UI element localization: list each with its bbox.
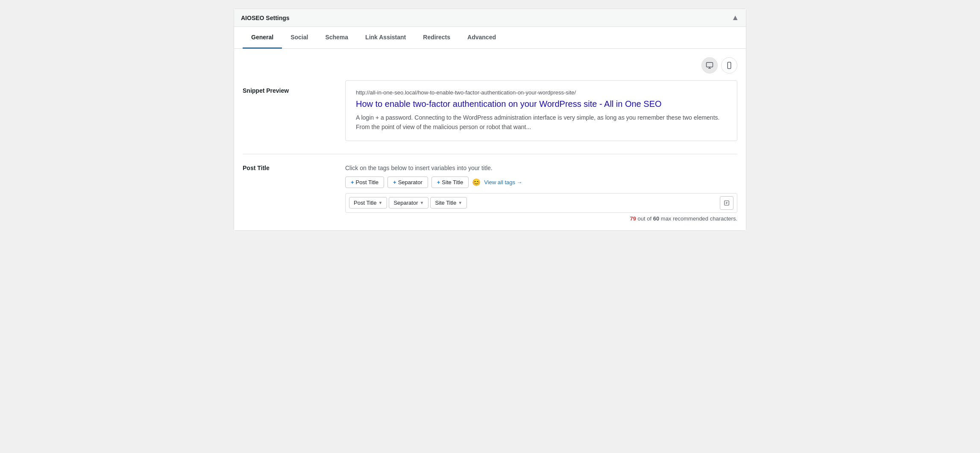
mobile-view-button[interactable]	[721, 57, 737, 74]
snippet-preview-section: Snippet Preview http://all-in-one-seo.lo…	[243, 80, 737, 141]
device-toolbar	[243, 57, 737, 74]
tab-advanced[interactable]: Advanced	[459, 27, 505, 49]
panel-header: AIOSEO Settings ▲	[234, 9, 746, 27]
selected-tag-site-title[interactable]: Site Title ▼	[430, 197, 467, 209]
section-divider	[243, 154, 737, 154]
tag-buttons-row: + Post Title + Separator + Site Title 😊 …	[345, 176, 737, 188]
selected-tags-row: Post Title ▼ Separator ▼ Site Title ▼	[345, 193, 737, 213]
tab-link-assistant[interactable]: Link Assistant	[357, 27, 414, 49]
selected-tag-separator[interactable]: Separator ▼	[389, 197, 428, 209]
post-title-label: Post Title	[243, 165, 337, 171]
edit-tags-button[interactable]	[720, 196, 734, 210]
add-post-title-tag-button[interactable]: + Post Title	[345, 176, 384, 188]
post-title-controls: Click on the tags below to insert variab…	[345, 165, 737, 213]
snippet-preview-box: http://all-in-one-seo.local/how-to-enabl…	[345, 80, 737, 141]
tab-social[interactable]: Social	[282, 27, 317, 49]
selected-tag-post-title[interactable]: Post Title ▼	[349, 197, 387, 209]
desktop-view-button[interactable]	[701, 57, 718, 74]
tab-redirects[interactable]: Redirects	[414, 27, 459, 49]
chevron-down-icon: ▼	[458, 200, 462, 205]
snippet-url: http://all-in-one-seo.local/how-to-enabl…	[356, 89, 727, 96]
post-title-section: Post Title Click on the tags below to in…	[243, 165, 737, 213]
add-separator-tag-button[interactable]: + Separator	[387, 176, 428, 188]
snippet-description: A login + a password. Connecting to the …	[356, 113, 727, 132]
panel-toggle-button[interactable]: ▲	[731, 13, 739, 22]
chevron-down-icon: ▼	[420, 200, 424, 205]
panel-title: AIOSEO Settings	[241, 15, 290, 21]
snippet-title[interactable]: How to enable two-factor authentication …	[356, 98, 727, 109]
add-site-title-tag-button[interactable]: + Site Title	[431, 176, 469, 188]
char-count-row: 79 out of 60 max recommended characters.	[243, 213, 737, 222]
char-count: 79 out of 60 max recommended characters.	[345, 215, 737, 222]
tab-general[interactable]: General	[243, 27, 282, 49]
snippet-preview-label: Snippet Preview	[243, 80, 337, 94]
view-all-tags-link[interactable]: View all tags →	[484, 179, 522, 185]
tab-content: Snippet Preview http://all-in-one-seo.lo…	[234, 49, 746, 230]
tab-schema[interactable]: Schema	[317, 27, 357, 49]
svg-rect-0	[707, 62, 713, 67]
chevron-down-icon: ▼	[378, 200, 382, 205]
post-title-hint: Click on the tags below to insert variab…	[345, 165, 737, 171]
selected-tags-actions	[720, 196, 734, 210]
emoji-icon: 😊	[472, 178, 481, 186]
tabs-bar: General Social Schema Link Assistant Red…	[234, 27, 746, 49]
